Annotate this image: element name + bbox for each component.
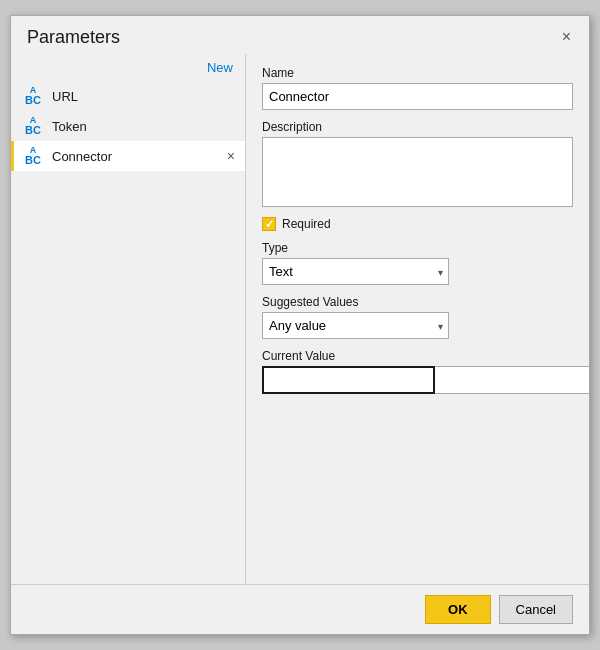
required-row: ✓ Required — [262, 217, 573, 231]
parameter-list: ABC URL ABC Token ABC Connector × — [11, 81, 245, 584]
required-checkbox[interactable]: ✓ — [262, 217, 276, 231]
list-item[interactable]: ABC URL — [11, 81, 245, 111]
abc-icon: ABC — [22, 116, 44, 136]
check-icon: ✓ — [265, 218, 274, 231]
list-item[interactable]: ABC Connector × — [11, 141, 245, 171]
new-parameter-button[interactable]: New — [203, 58, 237, 77]
current-value-left-input[interactable] — [262, 366, 435, 394]
parameter-label: Token — [52, 119, 237, 134]
name-field-group: Name — [262, 66, 573, 110]
description-field-group: Description — [262, 120, 573, 207]
type-field-group: Type Text Number Date Boolean ▾ — [262, 241, 573, 285]
dialog-title: Parameters — [27, 27, 120, 48]
ok-button[interactable]: OK — [425, 595, 491, 624]
current-value-right-input[interactable] — [435, 366, 589, 394]
dialog-content: New ABC URL ABC Token ABC — [11, 54, 589, 584]
description-input[interactable] — [262, 137, 573, 207]
description-label: Description — [262, 120, 573, 134]
name-input[interactable] — [262, 83, 573, 110]
left-panel: New ABC URL ABC Token ABC — [11, 54, 246, 584]
type-select[interactable]: Text Number Date Boolean — [262, 258, 449, 285]
abc-icon: ABC — [22, 146, 44, 166]
type-label: Type — [262, 241, 573, 255]
close-button[interactable]: × — [556, 26, 577, 48]
current-value-field-group: Current Value — [262, 349, 573, 394]
parameter-label: Connector — [52, 149, 225, 164]
delete-parameter-button[interactable]: × — [225, 148, 237, 164]
suggested-select[interactable]: Any value List of values — [262, 312, 449, 339]
parameters-dialog: Parameters × New ABC URL ABC Token — [10, 15, 590, 635]
suggested-label: Suggested Values — [262, 295, 573, 309]
current-value-label: Current Value — [262, 349, 573, 363]
name-label: Name — [262, 66, 573, 80]
abc-icon: ABC — [22, 86, 44, 106]
list-item[interactable]: ABC Token — [11, 111, 245, 141]
right-panel: Name Description ✓ Required Type Te — [246, 54, 589, 584]
cancel-button[interactable]: Cancel — [499, 595, 573, 624]
title-bar: Parameters × — [11, 16, 589, 54]
current-value-row — [262, 366, 573, 394]
suggested-field-group: Suggested Values Any value List of value… — [262, 295, 573, 339]
type-select-wrapper: Text Number Date Boolean ▾ — [262, 258, 573, 285]
new-btn-row: New — [11, 54, 245, 81]
required-label: Required — [282, 217, 331, 231]
suggested-select-wrapper: Any value List of values ▾ — [262, 312, 573, 339]
parameter-label: URL — [52, 89, 237, 104]
dialog-footer: OK Cancel — [11, 584, 589, 634]
